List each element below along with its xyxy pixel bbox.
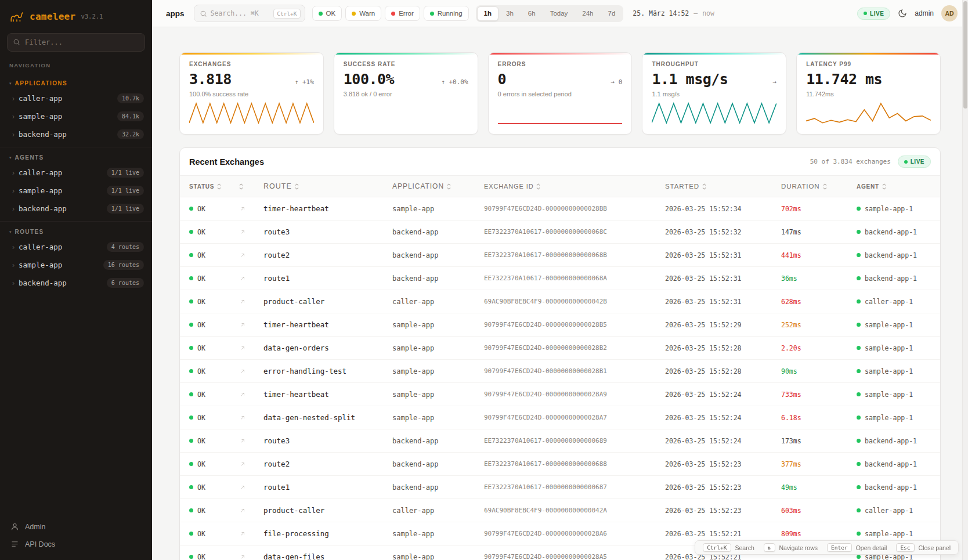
- column-header-route[interactable]: ROUTE: [263, 182, 392, 190]
- open-detail-icon[interactable]: [239, 298, 246, 305]
- logo[interactable]: cameleer v3.2.1: [0, 0, 152, 31]
- status-text: OK: [197, 460, 205, 468]
- status-filter-chip[interactable]: Warn: [345, 6, 381, 21]
- sidebar-section-header[interactable]: ▾ ROUTES: [0, 224, 152, 238]
- table-row[interactable]: OK product-caller caller-app 69AC90BF8EB…: [180, 290, 940, 313]
- expand-cell: [239, 205, 263, 212]
- open-detail-icon[interactable]: [239, 391, 246, 398]
- status-filter-chip[interactable]: OK: [312, 6, 342, 21]
- open-detail-icon[interactable]: [239, 368, 246, 375]
- column-header-agent[interactable]: AGENT: [857, 183, 931, 190]
- table-row[interactable]: OK error-handling-test sample-app 90799F…: [180, 360, 940, 383]
- sidebar-item-badge: 1/1 live: [107, 204, 144, 214]
- column-header-exchange-id[interactable]: EXCHANGE ID: [484, 183, 665, 190]
- table-row[interactable]: OK route2 backend-app EE7322370A10617-00…: [180, 244, 940, 267]
- dark-mode-toggle[interactable]: [898, 9, 907, 18]
- open-detail-icon[interactable]: [239, 321, 246, 328]
- stat-card[interactable]: ERRORS 0 → 0 0 errors in selected period: [488, 52, 633, 135]
- open-detail-icon[interactable]: [239, 484, 246, 491]
- sort-icon: [239, 183, 243, 190]
- sidebar-item[interactable]: › backend-app 32.2k: [0, 125, 152, 143]
- search-input[interactable]: [211, 9, 270, 17]
- table-row[interactable]: OK route1 backend-app EE7322370A10617-00…: [180, 476, 940, 499]
- status-filter-chip[interactable]: Error: [385, 6, 420, 21]
- duration-cell: 173ms: [781, 437, 857, 445]
- column-header-expand[interactable]: [239, 183, 263, 190]
- column-header-status[interactable]: STATUS: [189, 183, 239, 190]
- stat-card[interactable]: SUCCESS RATE 100.0% ↑ +0.0% 3.818 ok / 0…: [334, 52, 478, 135]
- scrollbar-thumb[interactable]: [963, 1, 967, 109]
- column-header-started[interactable]: STARTED: [665, 183, 781, 190]
- duration-cell: 377ms: [781, 460, 857, 468]
- status-filter-chip[interactable]: Running: [424, 6, 469, 21]
- table-row[interactable]: OK data-gen-orders sample-app 90799F47E6…: [180, 337, 940, 360]
- keyboard-hint: Ctrl+K Search: [703, 543, 754, 552]
- open-detail-icon[interactable]: [239, 252, 246, 259]
- stat-title: THROUGHPUT: [652, 61, 776, 67]
- table-row[interactable]: OK data-gen-nested-split sample-app 9079…: [180, 406, 940, 429]
- sidebar-item[interactable]: › caller-app 4 routes: [0, 238, 152, 256]
- sidebar-filter-input[interactable]: [7, 33, 145, 52]
- stat-card[interactable]: LATENCY P99 11.742 ms 11.742ms: [796, 52, 941, 135]
- open-detail-icon[interactable]: [239, 205, 246, 212]
- column-header-duration[interactable]: DURATION: [781, 183, 857, 190]
- avatar[interactable]: AD: [941, 5, 958, 21]
- sidebar-item[interactable]: › caller-app 1/1 live: [0, 164, 152, 182]
- table-row[interactable]: OK product-caller caller-app 69AC90BF8EB…: [180, 499, 940, 522]
- time-range-button[interactable]: 1h: [477, 6, 499, 21]
- open-detail-icon[interactable]: [239, 229, 246, 236]
- table-row[interactable]: OK route1 backend-app EE7322370A10617-00…: [180, 267, 940, 290]
- status-ok-dot: [189, 323, 193, 327]
- open-detail-icon[interactable]: [239, 554, 246, 560]
- sidebar-section-header[interactable]: ▾ AGENTS: [0, 150, 152, 164]
- table-row[interactable]: OK timer-heartbeat sample-app 90799F47E6…: [180, 383, 940, 406]
- open-detail-icon[interactable]: [239, 461, 246, 468]
- search-box[interactable]: Ctrl+K: [194, 5, 305, 22]
- time-period[interactable]: 25. März 14:52 — now: [633, 9, 714, 17]
- sidebar-item[interactable]: › backend-app 6 routes: [0, 274, 152, 292]
- time-range-button[interactable]: Today: [543, 6, 575, 21]
- time-range-button[interactable]: 6h: [521, 6, 543, 21]
- live-dot-icon: [864, 12, 867, 15]
- live-badge[interactable]: LIVE: [857, 8, 890, 20]
- sidebar-item-label: caller-app: [19, 168, 103, 177]
- agent-live-dot: [857, 323, 861, 327]
- time-range-button[interactable]: 3h: [499, 6, 521, 21]
- time-range-button[interactable]: 7d: [601, 6, 623, 21]
- sidebar-item[interactable]: › sample-app 84.1k: [0, 107, 152, 125]
- open-detail-icon[interactable]: [239, 530, 246, 537]
- open-detail-icon[interactable]: [239, 507, 246, 514]
- sidebar-item[interactable]: › caller-app 10.7k: [0, 89, 152, 107]
- sidebar-item[interactable]: › sample-app 16 routes: [0, 256, 152, 274]
- sidebar-item-admin[interactable]: Admin: [10, 522, 142, 531]
- table-column-headers: STATUS ROUTE APPLICATION EXCHANGE ID STA…: [180, 175, 940, 197]
- sidebar-section-items: › caller-app 1/1 live › sample-app 1/1 l…: [0, 164, 152, 218]
- table-row[interactable]: OK timer-heartbeat sample-app 90799F47E6…: [180, 313, 940, 337]
- status-ok-dot: [189, 416, 193, 420]
- expand-cell: [239, 252, 263, 259]
- table-header-right: 50 of 3.834 exchanges LIVE: [810, 156, 931, 168]
- stat-subtitle: 100.0% success rate: [189, 91, 314, 97]
- open-detail-icon[interactable]: [239, 345, 246, 352]
- stat-card[interactable]: EXCHANGES 3.818 ↑ +1% 100.0% success rat…: [179, 52, 324, 135]
- open-detail-icon[interactable]: [239, 275, 246, 282]
- sidebar-item[interactable]: › backend-app 1/1 live: [0, 200, 152, 218]
- sidebar-item[interactable]: › sample-app 1/1 live: [0, 182, 152, 200]
- route-cell: file-processing: [263, 529, 392, 538]
- status-cell: OK: [189, 553, 239, 560]
- stat-card[interactable]: THROUGHPUT 1.1 msg/s → 1.1 msg/s: [642, 52, 786, 135]
- table-row[interactable]: OK route3 backend-app EE7322370A10617-00…: [180, 429, 940, 453]
- time-range-button[interactable]: 24h: [575, 6, 600, 21]
- vertical-scrollbar[interactable]: [962, 0, 968, 560]
- sidebar-section-header[interactable]: ▾ APPLICATIONS: [0, 75, 152, 89]
- table-row[interactable]: OK route3 backend-app EE7322370A10617-00…: [180, 221, 940, 244]
- status-ok-dot: [189, 508, 193, 512]
- table-row[interactable]: OK route2 backend-app EE7322370A10617-00…: [180, 453, 940, 476]
- open-detail-icon[interactable]: [239, 414, 246, 421]
- open-detail-icon[interactable]: [239, 438, 246, 445]
- column-header-application[interactable]: APPLICATION: [392, 182, 484, 190]
- sidebar-item-api-docs[interactable]: API Docs: [10, 540, 142, 548]
- table-row[interactable]: OK timer-heartbeat sample-app 90799F47E6…: [180, 197, 940, 221]
- sidebar: cameleer v3.2.1 NAVIGATION ▾ APPLICATION…: [0, 0, 152, 560]
- context-switcher[interactable]: apps: [166, 9, 185, 18]
